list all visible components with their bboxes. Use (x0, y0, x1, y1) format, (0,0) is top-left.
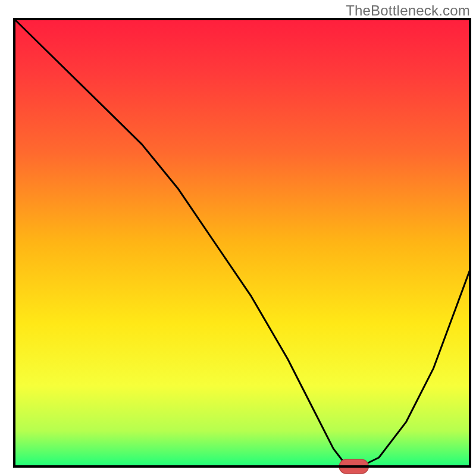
chart-container: TheBottleneck.com (0, 0, 476, 476)
bottleneck-chart (0, 0, 476, 476)
watermark-text: TheBottleneck.com (346, 2, 470, 19)
